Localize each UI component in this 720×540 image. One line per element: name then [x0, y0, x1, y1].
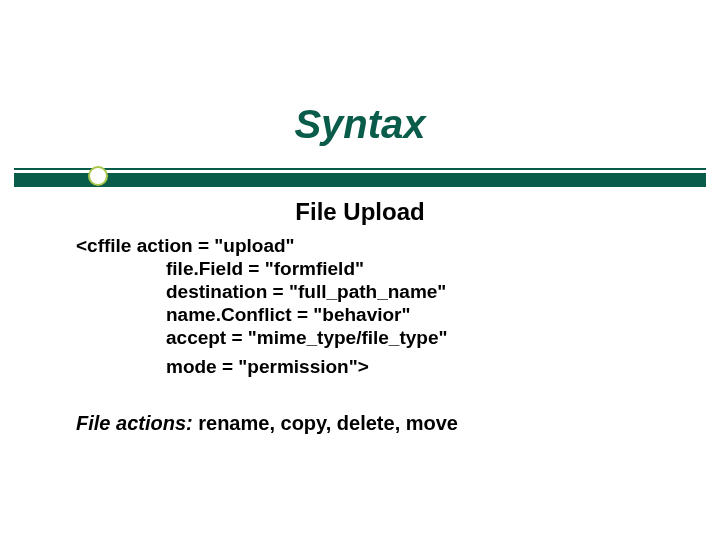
code-line-1: <cffile action = "upload"	[76, 234, 636, 257]
file-actions-label: File actions:	[76, 412, 198, 434]
title-divider	[14, 162, 706, 192]
code-line-3: destination = "full_path_name"	[76, 280, 636, 303]
file-actions-values: rename, copy, delete, move	[198, 412, 458, 434]
slide: Syntax File Upload <cffile action = "upl…	[0, 0, 720, 540]
slide-title: Syntax	[0, 102, 720, 147]
code-line-2: file.Field = "formfield"	[76, 257, 636, 280]
divider-thin-line	[14, 168, 706, 170]
code-line-5: accept = "mime_type/file_type"	[76, 326, 636, 349]
file-actions-line: File actions: rename, copy, delete, move	[76, 412, 458, 435]
code-block: <cffile action = "upload" file.Field = "…	[76, 234, 636, 378]
bullet-circle-icon	[88, 166, 108, 186]
divider-thick-line	[14, 173, 706, 187]
code-line-4: name.Conflict = "behavior"	[76, 303, 636, 326]
code-line-6: mode = "permission">	[76, 355, 636, 378]
slide-subtitle: File Upload	[0, 198, 720, 226]
